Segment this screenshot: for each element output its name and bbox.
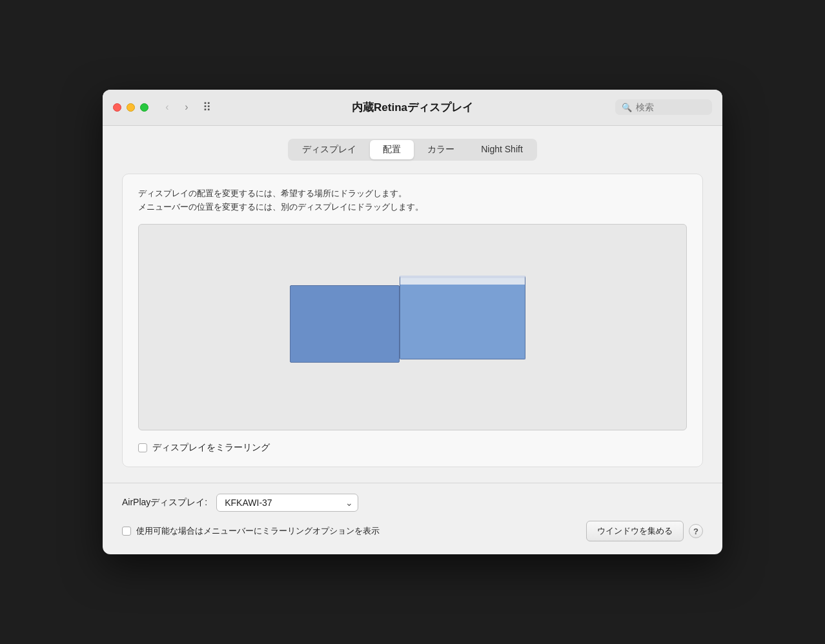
help-button[interactable]: ?: [689, 524, 703, 538]
airplay-select[interactable]: KFKAWI-37 オフ: [216, 494, 358, 512]
arrangement-panel: ディスプレイの配置を変更するには、希望する場所にドラッグします。 メニューバーの…: [122, 174, 703, 468]
arrangement-area[interactable]: [138, 224, 687, 430]
description-line2: メニューバーの位置を変更するには、別のディスプレイにドラッグします。: [138, 201, 687, 214]
tab-arrangement[interactable]: 配置: [370, 140, 414, 159]
display-menubar: [400, 278, 525, 285]
grid-icon[interactable]: ⠿: [203, 100, 211, 114]
display-right[interactable]: [400, 276, 525, 359]
close-button[interactable]: [113, 103, 121, 112]
tab-display[interactable]: ディスプレイ: [289, 140, 369, 159]
maximize-button[interactable]: [140, 103, 148, 112]
footer-row: 使用可能な場合はメニューバーにミラーリングオプションを表示 ウインドウを集める …: [122, 521, 703, 541]
search-input[interactable]: [636, 102, 706, 112]
titlebar: ‹ › ⠿ 内蔵Retinaディスプレイ 🔍: [103, 90, 722, 126]
display-left[interactable]: [290, 285, 400, 363]
airplay-row: AirPlayディスプレイ: KFKAWI-37 オフ ⌄: [122, 494, 703, 512]
minimize-button[interactable]: [127, 103, 135, 112]
window-title: 内蔵Retinaディスプレイ: [352, 100, 473, 115]
traffic-lights: [113, 103, 148, 112]
footer-checkbox[interactable]: [122, 527, 131, 536]
nav-arrows: ‹ ›: [159, 99, 195, 116]
airplay-label: AirPlayディスプレイ:: [122, 497, 207, 508]
displays-container: [290, 276, 535, 379]
mirror-row: ディスプレイをミラーリング: [138, 442, 687, 454]
collect-windows-button[interactable]: ウインドウを集める: [586, 521, 684, 541]
description-line1: ディスプレイの配置を変更するには、希望する場所にドラッグします。: [138, 187, 687, 201]
main-window: ‹ › ⠿ 内蔵Retinaディスプレイ 🔍 ディスプレイ 配置 カラー Nig…: [103, 90, 722, 555]
mirror-label: ディスプレイをミラーリング: [152, 442, 270, 454]
description: ディスプレイの配置を変更するには、希望する場所にドラッグします。 メニューバーの…: [138, 187, 687, 214]
search-box: 🔍: [615, 99, 712, 115]
back-button[interactable]: ‹: [159, 99, 176, 116]
tabs-container: ディスプレイ 配置 カラー Night Shift: [122, 139, 703, 161]
forward-button[interactable]: ›: [178, 99, 195, 116]
tab-nightshift[interactable]: Night Shift: [468, 140, 536, 159]
airplay-select-wrapper: KFKAWI-37 オフ ⌄: [216, 494, 358, 512]
tab-group: ディスプレイ 配置 カラー Night Shift: [288, 139, 537, 161]
mirror-checkbox[interactable]: [138, 443, 147, 452]
content-area: ディスプレイ 配置 カラー Night Shift ディスプレイの配置を変更する…: [103, 126, 722, 483]
search-icon: 🔍: [622, 103, 632, 112]
tab-color[interactable]: カラー: [414, 140, 467, 159]
footer-label: 使用可能な場合はメニューバーにミラーリングオプションを表示: [136, 525, 581, 537]
bottom-section: AirPlayディスプレイ: KFKAWI-37 オフ ⌄ 使用可能な場合はメニ…: [103, 483, 722, 554]
